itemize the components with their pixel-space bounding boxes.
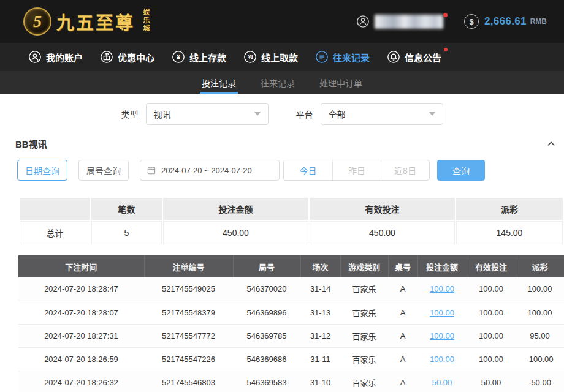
cell-game-type: 百家乐 (340, 301, 388, 324)
table-row: 2024-07-20 18:27:31 521745547772 5463697… (18, 324, 564, 347)
cell-bet-time: 2024-07-20 18:26:32 (18, 371, 144, 392)
username-masked (375, 15, 443, 29)
svg-text:¥: ¥ (248, 54, 252, 60)
header-session: 场次 (300, 255, 340, 277)
cell-payout: 95.00 (516, 324, 564, 347)
cell-bet-id: 521745547226 (144, 347, 233, 371)
nav-label: 线上取款 (261, 51, 298, 64)
bet-amount-link[interactable]: 50.00 (432, 378, 452, 387)
date-range-input[interactable]: 2024-07-20 ~ 2024-07-20 (140, 160, 280, 181)
platform-label: 平台 (296, 108, 313, 120)
cell-bet-amount: 50.00 (417, 371, 467, 392)
summary-table: 笔数 投注金额 有效投注 派彩 总计 5 450.00 450.00 145.0… (18, 197, 564, 246)
table-row: 2024-07-20 18:28:07 521745548379 5463698… (18, 301, 564, 324)
cell-session: 31-14 (300, 277, 340, 301)
withdraw-icon: ¥ (243, 50, 257, 64)
summary-total-valid-bet: 450.00 (310, 221, 455, 244)
summary-header-valid-bet: 有效投注 (310, 198, 455, 220)
main-navigation: 我的账户 优惠中心 ¥ 线上存款 ¥ 线上取款 往来记录 (0, 43, 564, 71)
account-icon (28, 50, 42, 64)
cell-bet-id: 521745548379 (144, 301, 233, 324)
nav-label: 优惠中心 (118, 51, 154, 64)
bell-icon (387, 50, 400, 64)
cell-session: 31-13 (300, 301, 340, 324)
nav-label: 信息公告 (405, 51, 441, 64)
bet-amount-link[interactable]: 100.00 (430, 284, 454, 293)
logo-emblem-icon: 5 (23, 7, 51, 36)
svg-text:¥: ¥ (177, 54, 180, 61)
header-table-no: 桌号 (388, 255, 417, 277)
nav-label: 线上存款 (189, 51, 226, 64)
tab-transaction-records[interactable]: 往来记录 (259, 71, 297, 94)
cell-round-id: 546369785 (233, 324, 300, 347)
summary-total-label: 总计 (20, 221, 90, 244)
cell-bet-time: 2024-07-20 18:27:31 (18, 324, 144, 347)
user-avatar-icon[interactable] (356, 15, 370, 28)
cell-session: 31-10 (300, 371, 340, 392)
nav-item-deposit[interactable]: ¥ 线上存款 (172, 50, 226, 64)
nav-item-announcements[interactable]: 信息公告 (387, 50, 441, 64)
brand-logo[interactable]: 5 九五至尊 娱乐城 (23, 7, 151, 36)
cell-valid-bet: 100.00 (467, 277, 516, 301)
cell-bet-time: 2024-07-20 18:28:47 (18, 277, 144, 301)
cell-session: 31-11 (300, 347, 340, 371)
cell-game-type: 百家乐 (340, 347, 388, 371)
filter-row: 类型 视讯 平台 全部 (0, 103, 564, 125)
account-area: $ 2,666.61 RMB (356, 14, 547, 29)
bet-amount-link[interactable]: 100.00 (430, 355, 454, 364)
header-bet-id: 注单编号 (144, 255, 233, 277)
date-query-button[interactable]: 日期查询 (17, 160, 67, 181)
cell-bet-time: 2024-07-20 18:26:59 (18, 347, 144, 371)
nav-item-my-account[interactable]: 我的账户 (28, 50, 83, 64)
tab-processing-orders[interactable]: 处理中订单 (318, 71, 364, 94)
balance-amount: 2,666.61 (484, 15, 527, 28)
nav-item-promotions[interactable]: 优惠中心 (100, 50, 154, 64)
cell-valid-bet: 50.00 (467, 371, 516, 392)
cell-table-no: A (388, 277, 417, 301)
cell-table-no: A (388, 347, 417, 371)
cell-bet-id: 521745546803 (144, 371, 233, 392)
summary-header-empty (20, 198, 90, 220)
cell-table-no: A (388, 301, 417, 324)
type-label: 类型 (121, 108, 139, 120)
summary-total-row: 总计 5 450.00 450.00 145.00 (20, 221, 563, 244)
chevron-down-icon (254, 112, 261, 116)
section-header: BB视讯 (15, 137, 557, 150)
cell-round-id: 546369896 (233, 301, 300, 324)
today-button[interactable]: 今日 (284, 160, 332, 180)
type-select[interactable]: 视讯 (146, 103, 269, 125)
cell-round-id: 546370020 (233, 277, 300, 301)
summary-total-bet-amount: 450.00 (163, 221, 308, 244)
cell-payout: 100.00 (516, 277, 564, 301)
nav-item-records[interactable]: 往来记录 (315, 50, 370, 64)
search-button[interactable]: 查询 (437, 160, 485, 181)
record-tabs: 投注记录 往来记录 处理中订单 (0, 71, 564, 94)
balance-currency: RMB (530, 17, 547, 26)
notification-dot (443, 13, 448, 17)
platform-select[interactable]: 全部 (321, 103, 443, 125)
table-row: 2024-07-20 18:26:59 521745547226 5463696… (18, 347, 564, 371)
summary-header-count: 笔数 (91, 198, 162, 220)
yesterday-button[interactable]: 昨日 (332, 160, 381, 180)
gift-icon (100, 50, 113, 64)
cell-game-type: 百家乐 (340, 277, 388, 301)
round-query-button[interactable]: 局号查询 (78, 160, 129, 181)
nav-label: 我的账户 (46, 51, 83, 64)
notification-dot (444, 48, 448, 51)
collapse-chevron-up-icon[interactable] (546, 138, 557, 149)
bet-amount-link[interactable]: 100.00 (430, 331, 454, 341)
username-blur-block (375, 15, 443, 29)
cell-bet-amount: 100.00 (417, 277, 467, 301)
section-title: BB视讯 (15, 137, 47, 150)
cell-valid-bet: 100.00 (467, 324, 516, 347)
header-valid-bet: 有效投注 (467, 255, 516, 277)
cell-bet-id: 521745549025 (144, 277, 233, 301)
cell-bet-amount: 100.00 (417, 301, 467, 324)
last-8-days-button[interactable]: 近8日 (381, 160, 429, 180)
tab-betting-records[interactable]: 投注记录 (200, 71, 238, 94)
summary-header-row: 笔数 投注金额 有效投注 派彩 (20, 198, 563, 220)
logo-emblem-number: 5 (33, 12, 42, 31)
nav-item-withdraw[interactable]: ¥ 线上取款 (243, 50, 298, 64)
bet-amount-link[interactable]: 100.00 (430, 308, 454, 317)
currency-icon: $ (464, 14, 479, 29)
